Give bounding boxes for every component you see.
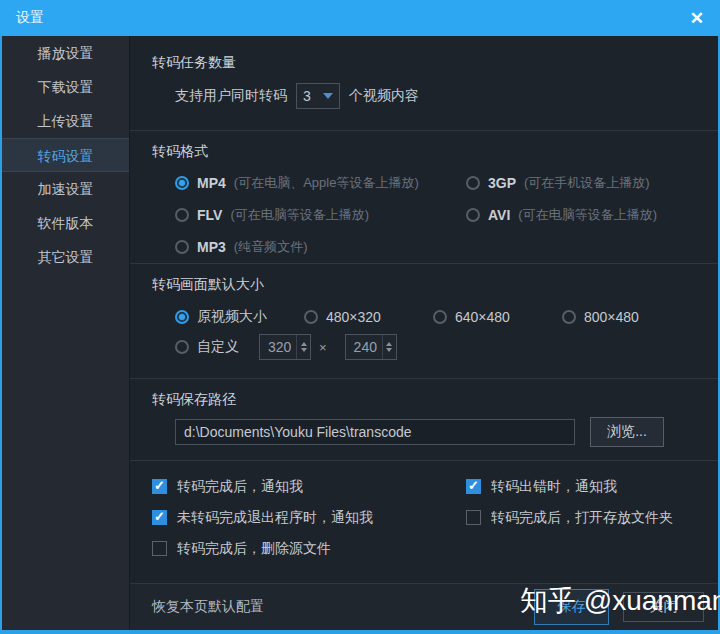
checkbox-notify-complete[interactable]: 转码完成后，通知我 [152, 478, 466, 496]
title-bar: 设置 ✕ [0, 0, 720, 36]
window-title: 设置 [16, 9, 44, 27]
window-body: 播放设置 下载设置 上传设置 转码设置 加速设置 软件版本 其它设置 转码任务数… [0, 36, 720, 630]
task-count-row: 支持用户同时转码 3 个视频内容 [175, 82, 704, 110]
checkbox-icon[interactable] [466, 510, 481, 525]
format-option-flv[interactable]: FLV (可在电脑等设备上播放) [175, 206, 466, 224]
checkbox-checked-icon[interactable] [466, 479, 481, 494]
radio-icon[interactable] [466, 176, 480, 190]
browse-button[interactable]: 浏览... [590, 417, 664, 447]
radio-icon[interactable] [304, 310, 318, 324]
times-separator: × [319, 340, 327, 355]
section-path: 转码保存路径 浏览... [130, 378, 718, 460]
section-task-count: 转码任务数量 支持用户同时转码 3 个视频内容 [130, 36, 718, 130]
format-option-mp3[interactable]: MP3 (纯音频文件) [175, 238, 466, 256]
custom-width-value: 320 [260, 335, 296, 359]
path-row: 浏览... [175, 417, 704, 447]
chevron-down-icon [323, 93, 333, 99]
section-notify: 转码完成后，通知我 转码出错时，通知我 未转码完成退出程序时，通知我 转码完成后… [130, 460, 718, 583]
main-panel: 转码任务数量 支持用户同时转码 3 个视频内容 转码格式 MP4 [130, 36, 718, 630]
checkbox-delete-source[interactable]: 转码完成后，删除源文件 [152, 540, 466, 558]
size-custom-row: 自定义 320 × 240 [175, 332, 704, 362]
restore-defaults-link[interactable]: 恢复本页默认配置 [152, 598, 264, 616]
format-title: 转码格式 [152, 143, 704, 161]
sidebar-item-transcode[interactable]: 转码设置 [2, 138, 129, 172]
sidebar-item-other[interactable]: 其它设置 [2, 240, 129, 274]
checkbox-open-folder[interactable]: 转码完成后，打开存放文件夹 [466, 509, 704, 527]
path-title: 转码保存路径 [152, 391, 704, 409]
format-option-3gp[interactable]: 3GP (可在手机设备上播放) [466, 174, 704, 192]
radio-icon[interactable] [175, 240, 189, 254]
footer-bar: 恢复本页默认配置 保存 关闭 [130, 583, 718, 630]
close-button[interactable]: 关闭 [623, 592, 704, 622]
format-option-mp4[interactable]: MP4 (可在电脑、Apple等设备上播放) [175, 174, 466, 192]
checkbox-notify-exit[interactable]: 未转码完成退出程序时，通知我 [152, 509, 466, 527]
section-format: 转码格式 MP4 (可在电脑、Apple等设备上播放) 3GP (可在手机设备上… [130, 130, 718, 263]
sidebar: 播放设置 下载设置 上传设置 转码设置 加速设置 软件版本 其它设置 [2, 36, 130, 630]
size-option-custom[interactable]: 自定义 [175, 338, 239, 356]
sidebar-item-playback[interactable]: 播放设置 [2, 36, 129, 70]
task-count-value: 3 [303, 88, 311, 104]
sidebar-item-version[interactable]: 软件版本 [2, 206, 129, 240]
task-count-suffix: 个视频内容 [349, 87, 419, 105]
radio-checked-icon[interactable] [175, 310, 189, 324]
spinner-arrows-icon[interactable] [382, 335, 396, 359]
section-size: 转码画面默认大小 原视频大小 480×320 640×480 [130, 263, 718, 378]
notify-options: 转码完成后，通知我 转码出错时，通知我 未转码完成退出程序时，通知我 转码完成后… [152, 471, 704, 564]
size-option-640x480[interactable]: 640×480 [433, 309, 562, 325]
custom-height-stepper[interactable]: 240 [345, 334, 397, 360]
custom-width-stepper[interactable]: 320 [259, 334, 311, 360]
checkbox-checked-icon[interactable] [152, 479, 167, 494]
format-option-avi[interactable]: AVI (可在电脑等设备上播放) [466, 206, 704, 224]
path-input[interactable] [175, 419, 575, 445]
sidebar-item-upload[interactable]: 上传设置 [2, 104, 129, 138]
task-count-prefix: 支持用户同时转码 [175, 87, 287, 105]
task-count-title: 转码任务数量 [152, 54, 704, 72]
close-icon[interactable]: ✕ [690, 10, 704, 27]
window-bottom-border [0, 630, 720, 634]
sidebar-item-acceleration[interactable]: 加速设置 [2, 172, 129, 206]
radio-icon[interactable] [562, 310, 576, 324]
checkbox-icon[interactable] [152, 541, 167, 556]
size-option-original[interactable]: 原视频大小 [175, 308, 304, 326]
radio-icon[interactable] [175, 208, 189, 222]
radio-icon[interactable] [175, 340, 189, 354]
radio-icon[interactable] [466, 208, 480, 222]
task-count-dropdown[interactable]: 3 [296, 83, 340, 109]
checkbox-notify-error[interactable]: 转码出错时，通知我 [466, 478, 704, 496]
size-option-480x320[interactable]: 480×320 [304, 309, 433, 325]
size-option-800x480[interactable]: 800×480 [562, 309, 639, 325]
settings-window: 设置 ✕ 播放设置 下载设置 上传设置 转码设置 加速设置 软件版本 其它设置 … [0, 0, 720, 634]
size-options-row: 原视频大小 480×320 640×480 800×480 [175, 302, 704, 332]
radio-icon[interactable] [433, 310, 447, 324]
sidebar-item-download[interactable]: 下载设置 [2, 70, 129, 104]
spinner-arrows-icon[interactable] [296, 335, 310, 359]
size-title: 转码画面默认大小 [152, 276, 704, 294]
save-button[interactable]: 保存 [534, 589, 609, 625]
radio-checked-icon[interactable] [175, 176, 189, 190]
format-options: MP4 (可在电脑、Apple等设备上播放) 3GP (可在手机设备上播放) F… [175, 167, 704, 263]
custom-height-value: 240 [346, 335, 382, 359]
checkbox-checked-icon[interactable] [152, 510, 167, 525]
